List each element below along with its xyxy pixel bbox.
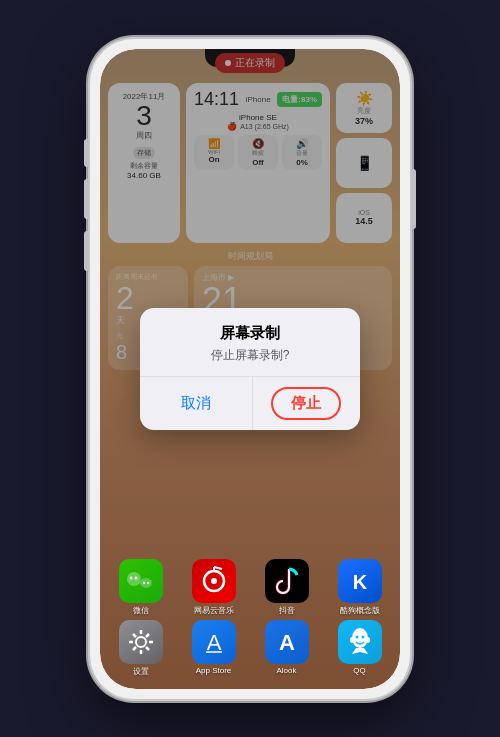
svg-point-2 <box>134 576 137 579</box>
svg-line-16 <box>133 634 136 637</box>
phone-inner: 正在录制 2022年11月 3 周四 存储 剩余容量 34.60 GB <box>100 49 400 689</box>
netease-label: 网易云音乐 <box>194 605 234 616</box>
kudog-svg: K <box>338 559 382 603</box>
qq-svg <box>338 620 382 664</box>
dialog-message: 停止屏幕录制? <box>156 347 344 364</box>
app-netease[interactable]: 网易云音乐 <box>179 559 248 616</box>
app-row-2: 设置 A App Store <box>106 620 394 677</box>
stop-button[interactable]: 停止 <box>253 377 361 430</box>
svg-point-3 <box>140 578 152 588</box>
svg-point-0 <box>127 572 141 586</box>
wechat-svg <box>119 559 163 603</box>
dialog-body: 屏幕录制 停止屏幕录制? <box>140 308 360 376</box>
app-kudog[interactable]: K 酷狗概念版 <box>325 559 394 616</box>
netease-svg <box>192 559 236 603</box>
screen: 正在录制 2022年11月 3 周四 存储 剩余容量 34.60 GB <box>100 49 400 689</box>
svg-line-19 <box>133 647 136 650</box>
volume-up-button[interactable] <box>84 179 89 219</box>
dialog-buttons: 取消 停止 <box>140 376 360 430</box>
kudog-icon: K <box>338 559 382 603</box>
qq-icon <box>338 620 382 664</box>
svg-point-27 <box>366 637 370 643</box>
screen-record-dialog: 屏幕录制 停止屏幕录制? 取消 停止 <box>140 308 360 430</box>
svg-point-1 <box>129 576 132 579</box>
svg-point-24 <box>355 635 358 638</box>
phone-frame: 正在录制 2022年11月 3 周四 存储 剩余容量 34.60 GB <box>90 39 410 699</box>
netease-icon <box>192 559 236 603</box>
app-wechat[interactable]: 微信 <box>106 559 175 616</box>
wechat-label: 微信 <box>133 605 149 616</box>
svg-point-7 <box>211 578 217 584</box>
power-button[interactable] <box>411 169 416 229</box>
alook-svg: A <box>265 620 309 664</box>
appstore-label: App Store <box>196 666 232 675</box>
qq-label: QQ <box>353 666 365 675</box>
svg-line-17 <box>146 647 149 650</box>
kudog-label: 酷狗概念版 <box>340 605 380 616</box>
svg-text:K: K <box>352 571 367 593</box>
tiktok-svg <box>265 559 309 603</box>
dock-area: 微信 网易云音乐 <box>100 555 400 689</box>
alook-label: Alook <box>276 666 296 675</box>
svg-point-11 <box>136 637 146 647</box>
app-settings[interactable]: 设置 <box>106 620 175 677</box>
app-tiktok[interactable]: 抖音 <box>252 559 321 616</box>
app-appstore[interactable]: A App Store <box>179 620 248 677</box>
tiktok-icon <box>265 559 309 603</box>
wechat-icon <box>119 559 163 603</box>
tiktok-label: 抖音 <box>279 605 295 616</box>
app-row-1: 微信 网易云音乐 <box>106 559 394 616</box>
mute-button[interactable] <box>84 139 89 167</box>
svg-point-5 <box>146 581 148 583</box>
alook-icon: A <box>265 620 309 664</box>
appstore-svg: A <box>192 620 236 664</box>
settings-svg <box>119 620 163 664</box>
dialog-title: 屏幕录制 <box>156 324 344 343</box>
svg-line-18 <box>146 634 149 637</box>
stop-label: 停止 <box>271 387 341 420</box>
svg-line-9 <box>214 567 222 569</box>
settings-icon <box>119 620 163 664</box>
svg-point-25 <box>361 635 364 638</box>
svg-point-26 <box>350 637 354 643</box>
volume-down-button[interactable] <box>84 231 89 271</box>
settings-label: 设置 <box>133 666 149 677</box>
app-qq[interactable]: QQ <box>325 620 394 677</box>
svg-text:A: A <box>279 630 295 655</box>
cancel-label: 取消 <box>181 394 211 413</box>
svg-point-4 <box>142 581 144 583</box>
app-alook[interactable]: A Alook <box>252 620 321 677</box>
svg-point-23 <box>352 628 368 648</box>
appstore-icon: A <box>192 620 236 664</box>
cancel-button[interactable]: 取消 <box>140 377 253 430</box>
